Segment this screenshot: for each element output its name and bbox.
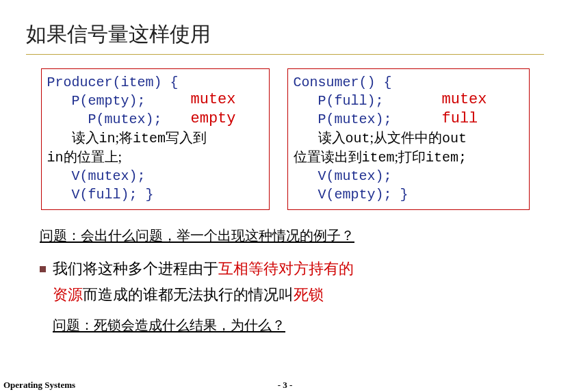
producer-head: Producer(item) {	[47, 75, 179, 90]
producer-l4: V(full);	[72, 187, 138, 202]
question-1-wrap: 问题：会出什么问题，举一个出现这种情况的例子？	[40, 226, 544, 245]
producer-l2: P(mutex);	[88, 112, 162, 127]
footer-left: Operating Systems	[3, 380, 75, 391]
producer-l3: V(mutex);	[72, 168, 146, 184]
question-1: 问题：会出什么问题，举一个出现这种情况的例子？	[40, 228, 354, 243]
consumer-l4: V(empty);	[318, 187, 392, 202]
consumer-anno-full: full	[442, 109, 478, 129]
producer-anno-mutex: mutex	[191, 90, 236, 110]
consumer-box: Consumer() { P(full); P(mutex); 读入out;从文…	[287, 68, 530, 210]
consumer-l3: V(mutex);	[318, 168, 392, 184]
footer-page: - 3 -	[278, 380, 293, 391]
producer-anno-empty: empty	[191, 109, 236, 129]
bullet-icon	[40, 266, 46, 272]
slide: 如果信号量这样使用 Producer(item) { P(empty); P(m…	[0, 0, 570, 392]
consumer-l2: P(mutex);	[318, 112, 392, 127]
consumer-anno-mutex: mutex	[442, 90, 487, 110]
producer-box: Producer(item) { P(empty); P(mutex); 读入i…	[41, 68, 270, 210]
consumer-head: Consumer() {	[294, 75, 392, 90]
code-row: Producer(item) { P(empty); P(mutex); 读入i…	[26, 68, 544, 210]
consumer-txt1: 读入	[318, 130, 346, 145]
question-2: 问题：死锁会造成什么结果，为什么？	[53, 317, 285, 332]
deadlock-paragraph: 我们将这种多个进程由于互相等待对方持有的 资源而造成的谁都无法执行的情况叫死锁 …	[40, 257, 544, 337]
producer-l1: P(empty);	[72, 93, 146, 109]
consumer-l1: P(full);	[318, 93, 384, 109]
producer-txt1: 读入	[72, 130, 99, 145]
slide-title: 如果信号量这样使用	[26, 21, 544, 55]
